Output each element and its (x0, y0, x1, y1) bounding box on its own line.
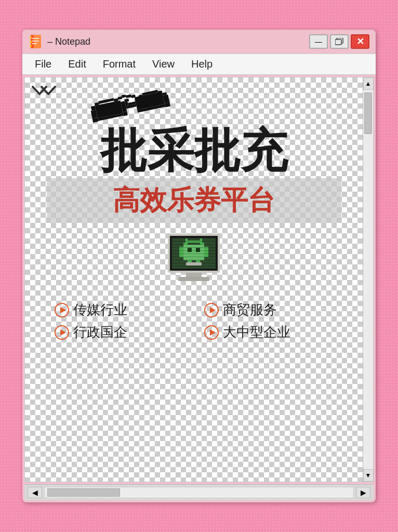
computer-image (157, 231, 230, 288)
menu-bar: File Edit Format View Help (22, 54, 376, 75)
svg-rect-2 (32, 38, 39, 39)
window-title: – Notepad (47, 36, 305, 47)
svg-rect-56 (172, 247, 216, 248)
svg-rect-54 (172, 241, 216, 242)
svg-rect-14 (117, 97, 122, 100)
svg-rect-44 (179, 247, 183, 257)
svg-rect-6 (30, 41, 32, 43)
svg-rect-34 (123, 111, 127, 116)
menu-view[interactable]: View (150, 57, 177, 71)
svg-rect-58 (172, 254, 216, 254)
svg-marker-71 (60, 329, 66, 336)
computer-icon (157, 231, 230, 288)
feature-item-2: 行政国企 (55, 323, 183, 341)
window-controls: — ✕ (309, 34, 369, 49)
play-icon-0 (55, 303, 69, 317)
svg-marker-73 (210, 329, 216, 336)
features-grid: 传媒行业 商贸服务 行政国企 (55, 301, 333, 341)
feature-item-1: 商贸服务 (204, 301, 333, 319)
subtitle-text: 高效乐券平台 (113, 185, 275, 215)
feature-item-3: 大中型企业 (204, 323, 333, 341)
menu-format[interactable]: Format (101, 57, 138, 71)
svg-rect-49 (188, 248, 192, 252)
notepad-window: – Notepad — ✕ File Edit Format View Help (22, 30, 376, 502)
scroll-track-v[interactable] (363, 90, 373, 469)
main-content: 批采批充 高效乐券平台 (25, 77, 363, 482)
svg-rect-22 (124, 99, 129, 102)
scroll-down-button[interactable]: ▼ (363, 469, 374, 482)
title-bar: – Notepad — ✕ (22, 30, 376, 54)
svg-rect-3 (32, 41, 39, 42)
feature-item-0: 传媒行业 (55, 301, 183, 319)
app-icon (29, 34, 43, 49)
restore-button[interactable] (330, 34, 349, 49)
svg-rect-57 (172, 250, 216, 251)
svg-rect-63 (186, 273, 202, 277)
svg-marker-67 (60, 307, 66, 313)
svg-rect-52 (200, 238, 202, 243)
menu-file[interactable]: File (33, 57, 54, 71)
scroll-up-button[interactable]: ▲ (363, 77, 374, 90)
play-icon-1 (204, 303, 219, 317)
play-icon-3 (204, 325, 219, 340)
svg-rect-64 (178, 277, 209, 281)
vertical-scrollbar: ▲ ▼ (363, 77, 373, 482)
svg-rect-10 (91, 106, 96, 111)
play-icon-2 (55, 325, 69, 340)
minimize-button[interactable]: — (309, 34, 328, 49)
feature-label-0: 传媒行业 (73, 301, 127, 319)
svg-rect-7 (30, 45, 32, 47)
restore-icon (335, 38, 343, 45)
svg-rect-45 (183, 245, 204, 260)
svg-rect-9 (335, 39, 341, 45)
feature-label-3: 大中型企业 (223, 323, 290, 341)
svg-rect-5 (30, 37, 32, 38)
horizontal-scrollbar: ◀ ▶ (24, 484, 374, 500)
scroll-left-button[interactable]: ◀ (28, 487, 42, 498)
content-area: 批采批充 高效乐券平台 (24, 77, 374, 482)
menu-edit[interactable]: Edit (66, 57, 88, 71)
scroll-track-h[interactable] (44, 487, 354, 498)
svg-rect-16 (126, 95, 131, 98)
svg-rect-60 (172, 260, 216, 260)
scroll-right-button[interactable]: ▶ (356, 487, 370, 498)
svg-rect-51 (185, 238, 188, 243)
logo-icon (30, 83, 61, 98)
svg-rect-55 (172, 244, 216, 245)
svg-rect-59 (172, 257, 216, 257)
feature-label-2: 行政国企 (73, 323, 127, 341)
feature-label-1: 商贸服务 (223, 301, 277, 319)
menu-help[interactable]: Help (189, 57, 215, 71)
main-title: 批采批充 (100, 127, 287, 174)
scroll-thumb-v[interactable] (364, 92, 372, 134)
svg-rect-53 (172, 238, 216, 238)
svg-rect-46 (204, 247, 208, 257)
logo-mark (30, 83, 61, 101)
svg-rect-62 (172, 266, 216, 267)
poster-container: 批采批充 高效乐券平台 (25, 77, 363, 347)
close-button[interactable]: ✕ (351, 34, 369, 49)
svg-rect-15 (122, 95, 126, 98)
svg-rect-4 (32, 43, 37, 44)
svg-marker-69 (210, 307, 216, 313)
svg-rect-65 (186, 262, 202, 265)
scroll-thumb-h[interactable] (47, 488, 120, 497)
subtitle-box: 高效乐券平台 (47, 178, 341, 223)
svg-rect-50 (196, 248, 200, 252)
